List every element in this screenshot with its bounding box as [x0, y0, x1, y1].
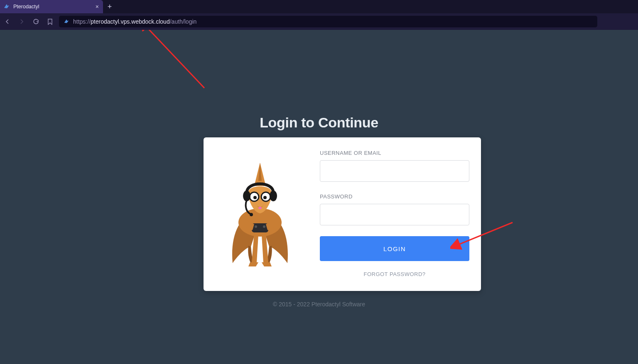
page-viewport: Login to Continue — [0, 30, 638, 364]
username-label: USERNAME OR EMAIL — [320, 150, 469, 156]
bookmark-icon[interactable] — [45, 17, 55, 27]
reload-button[interactable] — [31, 17, 41, 27]
svg-point-12 — [270, 191, 277, 201]
password-input[interactable] — [320, 204, 469, 225]
nav-forward-button[interactable] — [17, 17, 27, 27]
svg-point-4 — [258, 207, 262, 209]
forgot-password-link[interactable]: FORGOT PASSWORD? — [320, 271, 469, 277]
pterodactyl-mascot-icon — [227, 160, 293, 268]
url-path: /auth/login — [170, 18, 197, 25]
pterodactyl-favicon-icon — [3, 3, 10, 10]
annotation-arrow-url-icon — [138, 30, 209, 92]
svg-point-3 — [263, 225, 265, 228]
close-icon[interactable]: × — [96, 3, 99, 10]
username-input[interactable] — [320, 160, 469, 182]
mascot-panel — [204, 137, 317, 291]
login-form: USERNAME OR EMAIL PASSWORD LOGIN FORGOT … — [317, 137, 481, 291]
svg-rect-1 — [252, 223, 268, 232]
password-label: PASSWORD — [320, 193, 469, 200]
address-bar[interactable]: https://pterodactyl.vps.webdock.cloud/au… — [59, 16, 597, 27]
browser-toolbar: https://pterodactyl.vps.webdock.cloud/au… — [0, 13, 638, 30]
nav-back-button[interactable] — [2, 17, 12, 27]
svg-line-14 — [145, 30, 204, 88]
svg-point-9 — [253, 196, 257, 199]
svg-point-2 — [255, 225, 257, 228]
footer-copyright: © 2015 - 2022 Pterodactyl Software — [0, 301, 638, 308]
new-tab-button[interactable]: + — [103, 0, 116, 13]
url-host: pterodactyl.vps.webdock.cloud — [91, 18, 170, 25]
browser-tab-strip: Pterodactyl × + — [0, 0, 638, 13]
address-bar-text: https://pterodactyl.vps.webdock.cloud/au… — [73, 18, 196, 25]
svg-point-13 — [250, 213, 253, 216]
login-card: USERNAME OR EMAIL PASSWORD LOGIN FORGOT … — [204, 137, 481, 291]
svg-point-10 — [263, 196, 267, 199]
page-title: Login to Continue — [0, 115, 638, 131]
url-protocol: https:// — [73, 18, 91, 25]
browser-tab-active[interactable]: Pterodactyl × — [0, 0, 103, 13]
pterodactyl-favicon-icon — [63, 18, 70, 25]
browser-tab-title: Pterodactyl — [13, 4, 92, 10]
login-button[interactable]: LOGIN — [320, 236, 469, 261]
